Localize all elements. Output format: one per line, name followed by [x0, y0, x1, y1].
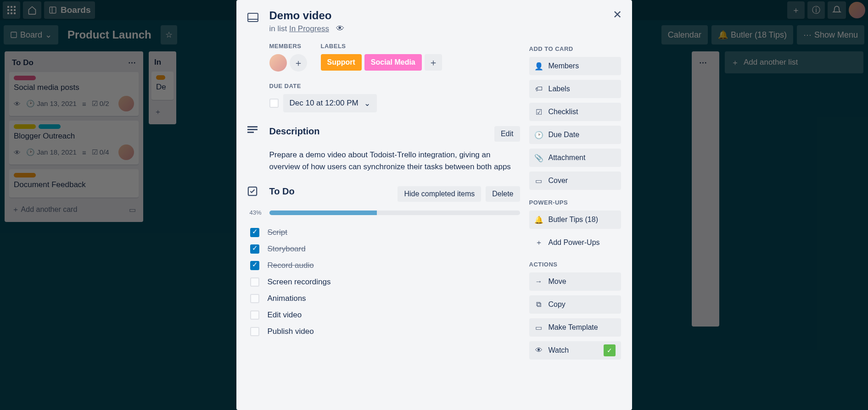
checklist-item-text: Record audio [268, 261, 314, 270]
move-button[interactable]: →Move [529, 272, 621, 291]
label-social-media[interactable]: Social Media [364, 54, 422, 71]
bell-icon: 🔔 [535, 216, 543, 224]
list-link[interactable]: In Progress [289, 24, 329, 33]
plus-icon: ＋ [535, 238, 543, 248]
template-icon: ▭ [535, 323, 543, 332]
clock-icon: 🕑 [535, 131, 543, 139]
labels-heading: LABELS [321, 43, 442, 50]
checklist-item[interactable]: Animations [247, 290, 520, 307]
sidebar-members-button[interactable]: 👤Members [529, 57, 621, 75]
card-list-location: in list In Progress 👁 [269, 24, 344, 33]
arrow-icon: → [535, 277, 543, 286]
checklist-item[interactable]: Screen recordings [247, 274, 520, 290]
sidebar-cover-button[interactable]: ▭Cover [529, 172, 621, 190]
card-title[interactable]: Demo video [269, 9, 344, 22]
copy-icon: ⧉ [535, 300, 543, 309]
checklist-item-text: Animations [268, 294, 306, 303]
svg-rect-15 [247, 129, 258, 130]
sidebar-checklist-button[interactable]: ☑Checklist [529, 103, 621, 121]
description-icon [247, 126, 261, 142]
checklist-item[interactable]: Storyboard [247, 241, 520, 257]
checklist-checkbox[interactable] [250, 261, 259, 270]
sidebar-labels-button[interactable]: 🏷Labels [529, 80, 621, 98]
add-member-button[interactable]: ＋ [290, 54, 307, 72]
checklist-item[interactable]: Publish video [247, 323, 520, 340]
checklist-checkbox[interactable] [250, 327, 259, 336]
checklist-checkbox[interactable] [250, 310, 259, 320]
hide-completed-button[interactable]: Hide completed items [398, 186, 481, 202]
card-icon [247, 13, 261, 22]
members-heading: MEMBERS [269, 43, 307, 50]
due-date-button[interactable]: Dec 10 at 12:00 PM ⌄ [283, 94, 377, 112]
checklist-item[interactable]: Record audio [247, 257, 520, 274]
checklist-item-text: Edit video [268, 310, 302, 320]
delete-checklist-button[interactable]: Delete [486, 186, 520, 202]
description-text[interactable]: Prepare a demo video about Todoist-Trell… [269, 149, 520, 172]
description-heading: Description [269, 126, 320, 142]
checklist-item-text: Script [268, 228, 287, 237]
person-icon: 👤 [535, 62, 543, 71]
card-detail-modal: ✕ Demo video in list In Progress 👁 MEMBE… [236, 0, 632, 410]
checklist-item-text: Storyboard [268, 244, 306, 254]
checklist-checkbox[interactable] [250, 294, 259, 303]
checklist-checkbox[interactable] [250, 244, 259, 254]
attachment-icon: 📎 [535, 154, 543, 162]
sidebar-attachment-button[interactable]: 📎Attachment [529, 149, 621, 167]
eye-icon: 👁 [535, 346, 543, 355]
due-date-heading: DUE DATE [269, 83, 520, 89]
watching-indicator: ✓ [604, 344, 616, 356]
member-avatar[interactable] [269, 54, 287, 72]
actions-heading: ACTIONS [529, 261, 621, 268]
checklist-checkbox[interactable] [250, 228, 259, 237]
checklist-title[interactable]: To Do [269, 186, 295, 202]
butler-tips-button[interactable]: 🔔Butler Tips (18) [529, 211, 621, 229]
label-support[interactable]: Support [321, 54, 362, 71]
tag-icon: 🏷 [535, 85, 543, 93]
watch-button[interactable]: 👁Watch✓ [529, 341, 621, 360]
add-label-button[interactable]: ＋ [425, 54, 442, 71]
checklist-item[interactable]: Edit video [247, 307, 520, 323]
progress-percent: 43% [247, 209, 264, 216]
check-icon: ☑ [535, 108, 543, 116]
sidebar-due-date-button[interactable]: 🕑Due Date [529, 126, 621, 144]
progress-bar [269, 211, 520, 215]
checklist-checkbox[interactable] [250, 277, 259, 287]
svg-rect-16 [247, 132, 254, 133]
chevron-down-icon: ⌄ [364, 99, 370, 108]
make-template-button[interactable]: ▭Make Template [529, 318, 621, 337]
svg-rect-12 [248, 13, 258, 22]
checklist-item-text: Publish video [268, 327, 314, 336]
add-powerups-button[interactable]: ＋Add Power-Ups [529, 233, 621, 252]
checklist-item[interactable]: Script [247, 224, 520, 241]
add-to-card-heading: ADD TO CARD [529, 45, 621, 52]
checklist-item-text: Screen recordings [268, 277, 331, 287]
copy-button[interactable]: ⧉Copy [529, 295, 621, 314]
card-sidebar: ADD TO CARD 👤Members 🏷Labels ☑Checklist … [529, 43, 621, 364]
watch-icon: 👁 [336, 24, 344, 33]
close-button[interactable]: ✕ [613, 8, 622, 21]
svg-rect-14 [247, 126, 258, 127]
cover-icon: ▭ [535, 177, 543, 185]
edit-description-button[interactable]: Edit [494, 126, 520, 142]
powerups-heading: POWER-UPS [529, 199, 621, 206]
due-complete-checkbox[interactable] [269, 99, 279, 108]
checklist-icon [247, 186, 261, 202]
